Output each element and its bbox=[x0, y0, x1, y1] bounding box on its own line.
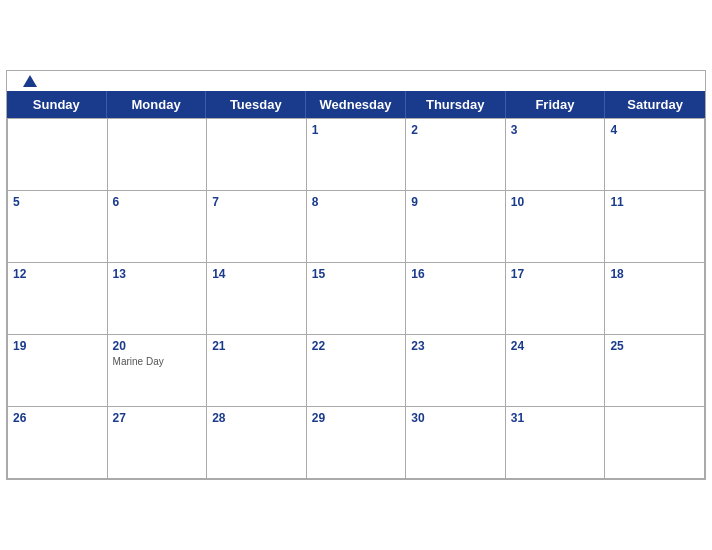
date-number: 6 bbox=[113, 195, 202, 209]
date-number: 13 bbox=[113, 267, 202, 281]
calendar-cell: 17 bbox=[506, 263, 606, 335]
date-number: 10 bbox=[511, 195, 600, 209]
logo-area bbox=[23, 75, 39, 87]
day-header-wednesday: Wednesday bbox=[306, 91, 406, 118]
calendar-cell: 31 bbox=[506, 407, 606, 479]
day-header-thursday: Thursday bbox=[406, 91, 506, 118]
calendar-cell: 20Marine Day bbox=[108, 335, 208, 407]
calendar-cell: 29 bbox=[307, 407, 407, 479]
calendar-cell: 12 bbox=[8, 263, 108, 335]
date-number: 17 bbox=[511, 267, 600, 281]
logo-blue-text bbox=[23, 75, 39, 87]
day-header-tuesday: Tuesday bbox=[206, 91, 306, 118]
calendar: SundayMondayTuesdayWednesdayThursdayFrid… bbox=[6, 70, 706, 480]
date-number: 31 bbox=[511, 411, 600, 425]
date-number: 19 bbox=[13, 339, 102, 353]
date-number: 22 bbox=[312, 339, 401, 353]
date-number: 25 bbox=[610, 339, 699, 353]
date-number: 26 bbox=[13, 411, 102, 425]
calendar-cell: 16 bbox=[406, 263, 506, 335]
calendar-cell: 19 bbox=[8, 335, 108, 407]
calendar-cell: 8 bbox=[307, 191, 407, 263]
calendar-cell: 10 bbox=[506, 191, 606, 263]
calendar-cell: 5 bbox=[8, 191, 108, 263]
calendar-cell: 28 bbox=[207, 407, 307, 479]
date-number: 4 bbox=[610, 123, 699, 137]
calendar-header bbox=[7, 71, 705, 91]
calendar-cell: 9 bbox=[406, 191, 506, 263]
calendar-cell: 27 bbox=[108, 407, 208, 479]
event-label: Marine Day bbox=[113, 356, 202, 367]
date-number: 15 bbox=[312, 267, 401, 281]
calendar-cell: 30 bbox=[406, 407, 506, 479]
calendar-cell: 25 bbox=[605, 335, 705, 407]
calendar-cell: 4 bbox=[605, 119, 705, 191]
date-number: 5 bbox=[13, 195, 102, 209]
calendar-cell bbox=[605, 407, 705, 479]
day-headers-row: SundayMondayTuesdayWednesdayThursdayFrid… bbox=[7, 91, 705, 118]
calendar-cell: 6 bbox=[108, 191, 208, 263]
calendar-cell: 21 bbox=[207, 335, 307, 407]
calendar-cell bbox=[8, 119, 108, 191]
day-header-friday: Friday bbox=[506, 91, 606, 118]
date-number: 14 bbox=[212, 267, 301, 281]
date-number: 24 bbox=[511, 339, 600, 353]
calendar-cell: 26 bbox=[8, 407, 108, 479]
calendar-cell: 14 bbox=[207, 263, 307, 335]
date-number: 23 bbox=[411, 339, 500, 353]
date-number: 1 bbox=[312, 123, 401, 137]
calendar-cell: 24 bbox=[506, 335, 606, 407]
calendar-cell bbox=[108, 119, 208, 191]
calendar-cell bbox=[207, 119, 307, 191]
calendar-cell: 2 bbox=[406, 119, 506, 191]
calendar-cell: 7 bbox=[207, 191, 307, 263]
date-number: 28 bbox=[212, 411, 301, 425]
calendar-cell: 13 bbox=[108, 263, 208, 335]
date-number: 27 bbox=[113, 411, 202, 425]
date-number: 18 bbox=[610, 267, 699, 281]
date-number: 9 bbox=[411, 195, 500, 209]
date-number: 16 bbox=[411, 267, 500, 281]
date-number: 8 bbox=[312, 195, 401, 209]
date-number: 21 bbox=[212, 339, 301, 353]
calendar-cell: 3 bbox=[506, 119, 606, 191]
calendar-cell: 15 bbox=[307, 263, 407, 335]
date-number: 7 bbox=[212, 195, 301, 209]
calendar-grid: 1234567891011121314151617181920Marine Da… bbox=[7, 118, 705, 479]
calendar-cell: 22 bbox=[307, 335, 407, 407]
day-header-sunday: Sunday bbox=[7, 91, 107, 118]
day-header-monday: Monday bbox=[107, 91, 207, 118]
date-number: 11 bbox=[610, 195, 699, 209]
date-number: 2 bbox=[411, 123, 500, 137]
calendar-cell: 23 bbox=[406, 335, 506, 407]
date-number: 29 bbox=[312, 411, 401, 425]
day-header-saturday: Saturday bbox=[605, 91, 705, 118]
date-number: 30 bbox=[411, 411, 500, 425]
calendar-cell: 18 bbox=[605, 263, 705, 335]
calendar-cell: 1 bbox=[307, 119, 407, 191]
date-number: 12 bbox=[13, 267, 102, 281]
date-number: 3 bbox=[511, 123, 600, 137]
calendar-cell: 11 bbox=[605, 191, 705, 263]
logo-triangle-icon bbox=[23, 75, 37, 87]
date-number: 20 bbox=[113, 339, 202, 353]
